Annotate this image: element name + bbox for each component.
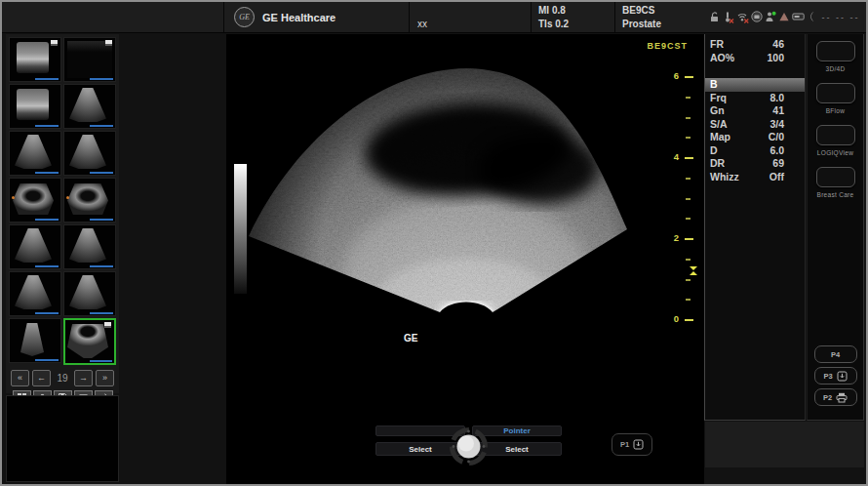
mode-label: LOGIQView [808, 149, 863, 156]
next-page-button[interactable]: → [74, 370, 93, 386]
mode-group-bflow: BFlow [808, 83, 863, 114]
thumbnail[interactable] [9, 318, 61, 363]
depth-tick-label: 4 [674, 151, 679, 162]
param-value: 69 [772, 157, 784, 171]
thumbnail[interactable] [9, 84, 61, 129]
brand-section: GE GE Healthcare [223, 2, 409, 32]
clip-indicator [90, 172, 113, 174]
thumbnail-image [15, 275, 52, 309]
mode-label: 3D/4D [808, 65, 863, 72]
clip-indicator [35, 265, 59, 267]
orange-marker-icon [66, 196, 69, 199]
unlock-icon [708, 11, 720, 23]
clip-indicator [90, 360, 112, 362]
p-button-p3[interactable]: P3 [814, 367, 857, 385]
thumbnail-image [67, 324, 108, 358]
depth-tick [686, 178, 690, 180]
mode-button-bflow[interactable] [816, 83, 855, 103]
thumbnail-nav: « ← 19 → » [11, 370, 114, 386]
depth-tick [686, 259, 690, 261]
user-online-icon [765, 11, 776, 23]
depth-ruler: 6420 [659, 34, 704, 484]
clip-indicator [35, 359, 59, 361]
param-label: Gn [710, 104, 725, 118]
depth-tick [686, 117, 690, 119]
tis-readout: TIs 0.2 [538, 19, 614, 29]
clock-placeholder: -- -- -- [815, 2, 866, 32]
thumbnail[interactable] [9, 224, 61, 269]
param-label: S/A [710, 118, 728, 132]
archive-icon [633, 439, 644, 450]
p1-button[interactable]: P1 [612, 433, 652, 456]
ultrasound-app-window: GE GE Healthcare xx MI 0.8 TIs 0.2 BE9CS… [0, 0, 868, 486]
param-row: S/A3/4 [705, 118, 805, 132]
thumbnail-image [69, 275, 106, 309]
thumbnail[interactable] [63, 224, 116, 269]
p-button-label: P4 [831, 350, 840, 359]
depth-tick [686, 279, 690, 281]
clip-indicator [35, 219, 59, 221]
param-row: Frq8.0 [705, 92, 805, 105]
saved-marker-icon [51, 40, 58, 46]
ultrasound-image: GE [240, 63, 650, 356]
thumbnail[interactable] [63, 178, 116, 223]
grayscale-bar [234, 164, 247, 294]
preset-section[interactable]: BE9CS Prostate [614, 2, 706, 32]
first-page-button[interactable]: « [11, 370, 29, 386]
p-button-p4[interactable]: P4 [814, 345, 857, 363]
param-value: 100 [767, 52, 784, 65]
param-row: MapC/0 [705, 131, 805, 144]
cone-icon [778, 11, 790, 23]
clip-indicator [90, 219, 113, 221]
clipboard-sidebar: « ← 19 → » [6, 34, 119, 393]
status-icon-tray [706, 2, 815, 32]
thumbnail[interactable] [63, 131, 116, 176]
depth-tick [686, 299, 690, 301]
select-right-label: Select [505, 445, 529, 454]
param-value: C/0 [769, 131, 784, 144]
thumbnail[interactable] [9, 271, 61, 316]
p1-label: P1 [620, 440, 629, 449]
p-button-p2[interactable]: P2 [814, 388, 857, 406]
last-page-button[interactable]: » [96, 370, 114, 386]
param-label: AO% [710, 52, 734, 65]
thumbnail[interactable] [9, 131, 61, 176]
clip-indicator [35, 78, 59, 80]
thumbnail[interactable] [63, 271, 116, 316]
mode-button-breast-care[interactable] [816, 167, 855, 187]
trackball-control[interactable] [446, 424, 492, 469]
p-button-list: P4P3P2 [808, 345, 863, 406]
depth-tick [686, 137, 690, 139]
param-value: 41 [772, 104, 784, 118]
top-bar-spacer [2, 2, 223, 32]
prev-page-button[interactable]: ← [32, 370, 51, 386]
thumbnail-image [15, 228, 52, 263]
saved-marker-icon [105, 40, 112, 46]
thumbnail[interactable] [63, 84, 116, 129]
thumbnail[interactable] [9, 37, 61, 82]
param-label: Frq [710, 92, 727, 105]
patient-id-field[interactable]: xx [409, 2, 531, 32]
thumbnail[interactable] [9, 178, 61, 223]
depth-tick [685, 157, 693, 159]
thumbnail-selected[interactable] [63, 318, 116, 365]
param-row: WhizzOff [705, 171, 805, 184]
mode-group-logiqview: LOGIQView [808, 125, 863, 156]
mode-group-breast-care: Breast Care [808, 167, 863, 198]
param-label: DR [710, 157, 725, 171]
depth-tick [685, 76, 693, 78]
mode-label: Breast Care [808, 191, 863, 198]
clip-indicator [90, 265, 113, 267]
thumbnail[interactable] [63, 37, 116, 82]
depth-tick [686, 198, 690, 200]
pointer-label: Pointer [503, 426, 531, 435]
camera-icon [751, 11, 763, 23]
focus-marker-icon[interactable] [690, 266, 697, 275]
mode-button-list: 3D/4DBFlowLOGIQViewBreast Care [808, 41, 863, 198]
param-label: D [710, 144, 718, 158]
thumbnail-image [17, 42, 49, 73]
mode-button-logiqview[interactable] [816, 125, 855, 145]
mode-button-3d-4d[interactable] [816, 41, 855, 61]
param-row: AO%100 [705, 52, 805, 65]
b-mode-parameter-panel: FR46AO%100BFrq8.0Gn41S/A3/4MapC/0D6.0DR6… [704, 34, 806, 421]
